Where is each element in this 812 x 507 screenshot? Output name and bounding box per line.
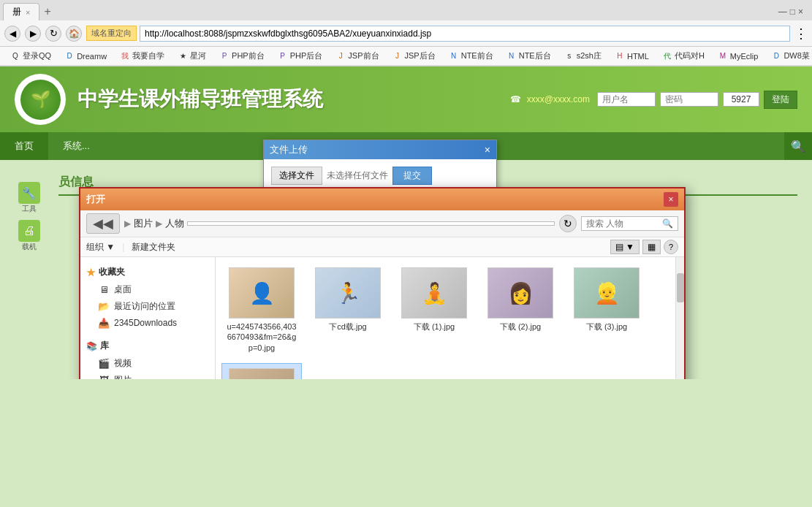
bookmark-html[interactable]: H HTML: [609, 50, 655, 62]
path-separator-2: ▶: [156, 218, 162, 229]
tool-label: 工具: [22, 204, 37, 214]
bookmark-jsp-back[interactable]: J JSP后台: [387, 50, 441, 62]
address-bar-container: 域名重定向: [86, 26, 790, 42]
back-button[interactable]: ◀: [4, 26, 20, 42]
bookmark-php-front[interactable]: P PHP前台: [213, 50, 270, 62]
forward-button[interactable]: ▶: [25, 26, 41, 42]
php-back-icon: P: [278, 51, 288, 61]
nav-item-home[interactable]: 首页: [0, 132, 48, 160]
bookmark-nte-front[interactable]: N NTE前台: [443, 50, 499, 62]
file-dialog-scrollbar[interactable]: [675, 257, 684, 379]
upload-dialog-titlebar: 文件上传 ×: [264, 140, 496, 159]
bookmark-php-back[interactable]: P PHP后台: [272, 50, 329, 62]
window-minimize[interactable]: —: [778, 7, 787, 17]
file-thumbnail: 👤: [229, 267, 295, 319]
file-dialog-refresh-btn[interactable]: ↻: [559, 215, 577, 232]
sidebar-item-label: 最近访问的位置: [114, 300, 175, 313]
extensions-btn[interactable]: ⋮: [794, 26, 808, 42]
upload-submit-button[interactable]: 提交: [392, 167, 432, 185]
file-item[interactable]: 👤 u=4245743566,4036670493&fm=26&gp=0.jpg: [221, 263, 302, 357]
desktop-icon: 🖥: [98, 284, 110, 296]
bookmark-dw8[interactable]: D DW8菜: [765, 50, 812, 62]
file-dialog-close-btn[interactable]: ×: [664, 192, 678, 207]
sidebar-item-video[interactable]: 🎬 视频: [80, 355, 215, 372]
file-item[interactable]: 👱 下载 (3).jpg: [566, 263, 647, 357]
s2sh-icon: s: [564, 51, 574, 61]
window-close[interactable]: ×: [798, 7, 803, 17]
file-thumbnail: 🧑: [229, 368, 295, 379]
bookmark-xinghe[interactable]: ★ 星河: [172, 50, 212, 62]
nte-back-icon: N: [506, 51, 517, 61]
bookmark-nte-back[interactable]: N NTE后台: [501, 50, 557, 62]
bookmark-label: MyEclip: [730, 52, 759, 61]
tab-bar: 册 × + — □ ×: [0, 0, 812, 20]
password-input[interactable]: [660, 92, 718, 107]
html-icon: H: [615, 51, 625, 61]
organize-button[interactable]: 组织 ▼: [86, 241, 115, 254]
file-item[interactable]: 🏃 下cd载.jpg: [308, 263, 388, 357]
window-maximize[interactable]: □: [790, 7, 795, 17]
tool-icon: 🔧: [18, 182, 40, 204]
bookmark-woyaozixue[interactable]: 我 我要自学: [114, 50, 170, 62]
sidebar-item-downloads[interactable]: 📥 2345Downloads: [80, 315, 215, 331]
file-item[interactable]: 👩 下载 (2).jpg: [480, 263, 561, 357]
favorites-section: ★ 收藏夹 🖥 桌面 📂 最近访问的位置 📥 2345Downloads: [80, 263, 215, 331]
sidebar-item-desktop[interactable]: 🖥 桌面: [80, 281, 215, 298]
file-name: 下载 (2).jpg: [500, 321, 541, 332]
bookmark-s2sh[interactable]: s s2sh庄: [558, 50, 607, 62]
me-icon: M: [718, 51, 728, 61]
library-header[interactable]: 📚 库: [80, 337, 215, 355]
scrollbar-thumb[interactable]: [677, 273, 684, 302]
bookmark-label: s2sh庄: [577, 50, 602, 61]
file-thumbnail: 👱: [574, 267, 640, 319]
bookmark-label: Dreamw: [77, 52, 107, 61]
file-name: 下cd载.jpg: [329, 321, 366, 332]
header-contact: ☎ xxxx@xxxx.com: [510, 94, 590, 104]
bookmark-label: 我要自学: [132, 50, 164, 61]
organize-bar: 组织 ▼ | 新建文件夹 ▤ ▼ ▦ ?: [80, 237, 684, 257]
file-item[interactable]: 🧘 下载 (1).jpg: [394, 263, 474, 357]
file-search-input[interactable]: [586, 218, 659, 229]
address-input[interactable]: [140, 26, 790, 42]
nav-item-system[interactable]: 系统...: [48, 132, 105, 160]
dw-icon: D: [64, 51, 75, 61]
upload-dialog-close-btn[interactable]: ×: [485, 144, 490, 156]
file-thumbnail: 👩: [487, 267, 553, 319]
new-folder-button[interactable]: 新建文件夹: [132, 241, 175, 254]
home-button[interactable]: 🏠: [66, 26, 82, 42]
nav-bar: ◀ ▶ ↻ 🏠 域名重定向 ⋮: [0, 20, 812, 47]
reload-button[interactable]: ↻: [45, 26, 61, 42]
bookmark-label: NTE后台: [519, 50, 551, 61]
sidebar-item-label: 图片: [114, 374, 132, 379]
username-input[interactable]: [597, 92, 656, 107]
bookmark-jsp-front[interactable]: J JSP前台: [330, 50, 384, 62]
sidebar-item-recent[interactable]: 📂 最近访问的位置: [80, 298, 215, 315]
bookmark-code[interactable]: 代 代码对H: [656, 50, 710, 62]
login-button[interactable]: 登陆: [764, 91, 797, 109]
favorites-header[interactable]: ★ 收藏夹: [80, 263, 215, 281]
help-button[interactable]: ?: [664, 240, 678, 254]
dw8-icon: D: [771, 51, 781, 61]
browser-tab[interactable]: 册 ×: [3, 3, 39, 20]
sidebar-item-pictures[interactable]: 🖼 图片: [80, 372, 215, 379]
bookmark-qq[interactable]: Q 登录QQ: [4, 50, 57, 62]
file-dialog-back-btn[interactable]: ◀◀: [86, 213, 120, 234]
bookmark-label: 登录QQ: [23, 50, 51, 61]
logo-icon: 🌱: [20, 80, 61, 120]
file-dialog-title-text: 打开: [86, 193, 105, 206]
bookmark-label: 星河: [190, 50, 206, 61]
view-toggle-btn[interactable]: ▤ ▼: [610, 240, 640, 254]
bookmark-myeclipse[interactable]: M MyEclip: [712, 50, 764, 62]
favorites-label: 收藏夹: [99, 266, 125, 278]
domain-redirect-label: 域名重定向: [86, 26, 137, 41]
nte-icon: N: [449, 51, 459, 61]
php-icon: P: [219, 51, 229, 61]
select-file-button[interactable]: 选择文件: [271, 167, 322, 185]
path-dropdown[interactable]: [187, 221, 555, 226]
new-tab-button[interactable]: +: [39, 5, 55, 18]
bookmark-dreamweaver[interactable]: D Dreamw: [58, 50, 113, 62]
view-detail-btn[interactable]: ▦: [642, 240, 661, 254]
tab-close-btn[interactable]: ×: [26, 8, 30, 17]
file-item-selected[interactable]: 🧑 下载.jpg: [221, 363, 302, 379]
nav-search-button[interactable]: 🔍: [784, 132, 812, 160]
